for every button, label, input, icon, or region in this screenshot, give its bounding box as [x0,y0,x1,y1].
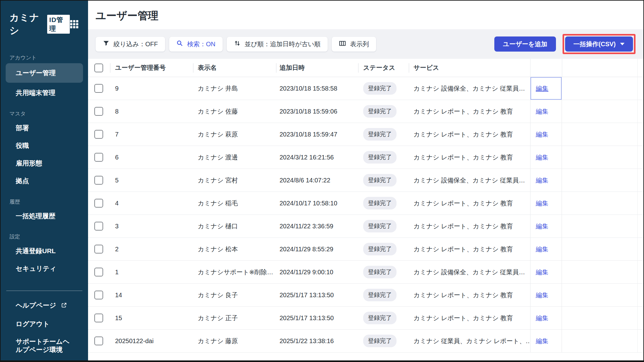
search-icon [176,40,183,48]
row-services: カミナシ レポート、カミナシ 教育 [409,238,530,260]
row-empty-cell [562,146,638,169]
row-status-badge: 登録完了 [363,289,397,301]
row-fill-cell [638,123,643,146]
row-edit-link[interactable]: 編集 [536,314,548,322]
row-display-name: カミナシ 宮村 [193,169,276,192]
row-edit-cell: 編集 [530,192,562,214]
row-edit-link[interactable]: 編集 [536,245,548,253]
row-edit-cell: 編集 [530,146,562,169]
row-fill-cell [638,307,643,329]
sidebar-item-positions[interactable]: 役職 [1,137,88,154]
row-checkbox[interactable] [94,176,103,185]
sidebar-item-common-registration-url[interactable]: 共通登録URL [1,242,88,260]
row-status-badge: 登録完了 [363,82,397,95]
row-checkbox[interactable] [94,107,103,116]
row-empty-cell [562,261,638,283]
row-checkbox[interactable] [94,222,103,231]
row-fill-cell [638,261,643,283]
row-status-badge: 登録完了 [363,220,397,232]
row-empty-cell [562,215,638,237]
table-header-row: ユーザー管理番号 表示名 追加日時 ステータス サービス [88,59,643,77]
row-empty-cell [562,123,638,146]
sidebar-item-locations[interactable]: 拠点 [1,172,88,190]
row-checkbox[interactable] [94,84,103,93]
row-empty-cell [562,100,638,123]
row-edit-link[interactable]: 編集 [536,291,548,299]
row-services: カミナシ レポート、カミナシ 教育 [409,100,530,123]
row-services: カミナシ レポート、カミナシ 教育 [409,307,530,329]
row-status-badge: 登録完了 [363,174,397,187]
filter-button-label: 絞り込み：OFF [114,40,158,48]
column-header-display-name: 表示名 [193,59,276,77]
row-edit-link[interactable]: 編集 [536,107,548,116]
row-fill-cell [638,330,643,352]
sidebar-item-departments[interactable]: 部署 [1,119,88,137]
row-status-badge: 登録完了 [363,105,397,118]
row-edit-link[interactable]: 編集 [536,176,548,185]
row-edit-link[interactable]: 編集 [536,337,548,345]
section-label-master: マスタ [9,110,88,117]
row-status-badge: 登録完了 [363,128,397,141]
row-checkbox[interactable] [94,245,103,253]
filter-button[interactable]: 絞り込み：OFF [96,37,165,52]
row-empty-cell [562,192,638,214]
column-header-services: サービス [409,59,530,77]
row-user-id: 9 [110,77,193,100]
row-services: カミナシ レポート、カミナシ 教育 [409,284,530,306]
section-label-account: アカウント [9,54,88,61]
apps-grid-icon[interactable] [70,20,79,29]
row-edit-cell: 編集 [530,261,562,283]
columns-button-label: 表示列 [350,40,369,48]
row-edit-link[interactable]: 編集 [536,84,548,93]
sort-button[interactable]: 並び順：追加日時が古い順 [227,37,328,52]
sidebar-item-bulk-history[interactable]: 一括処理履歴 [1,207,88,225]
row-user-id: 7 [110,123,193,146]
search-button[interactable]: 検索：ON [169,37,223,52]
bulk-action-label: 一括操作(CSV) [574,40,616,48]
row-fill-cell [638,215,643,237]
row-checkbox[interactable] [94,199,103,208]
sidebar-item-help-page[interactable]: ヘルプページ [1,297,88,315]
sidebar-item-logout[interactable]: ログアウト [1,315,88,333]
sidebar-item-shared-devices[interactable]: 共用端末管理 [1,84,88,102]
brand-name: カミナシ [9,11,44,37]
row-services: カミナシ レポート、カミナシ 教育 [409,215,530,237]
row-checkbox[interactable] [94,337,103,345]
sidebar-item-security[interactable]: セキュリティ [1,260,88,277]
column-header-fill [638,59,643,77]
row-user-id: 1 [110,261,193,283]
main-content: ユーザー管理 絞り込み：OFF 検索：ON [88,1,643,360]
row-edit-link[interactable]: 編集 [536,199,548,208]
select-all-checkbox[interactable] [94,64,103,72]
sort-icon [234,40,241,48]
add-user-button[interactable]: ユーザーを追加 [494,36,556,52]
table-row: 4 カミナシ 稲毛 2024/10/17 10:58:10 登録完了 カミナシ … [88,192,643,215]
row-edit-link[interactable]: 編集 [536,153,548,162]
help-page-label: ヘルプページ [16,302,56,309]
row-checkbox[interactable] [94,291,103,299]
row-checkbox[interactable] [94,130,103,139]
bulk-action-csv-button[interactable]: 一括操作(CSV) [565,36,633,52]
row-display-name: カミナシ 渡邊 [193,146,276,169]
row-edit-link[interactable]: 編集 [536,268,548,276]
table-row: 5 カミナシ 宮村 2024/8/6 14:07:22 登録完了 カミナシ 設備… [88,169,643,192]
row-display-name: カミナシ 良子 [193,284,276,306]
sidebar-item-support-env[interactable]: サポートチームヘルプページ環境 [1,333,88,359]
row-edit-cell: 編集 [530,100,562,123]
column-header-status: ステータス [358,59,409,77]
row-user-id: 3 [110,215,193,237]
sidebar-item-employment-types[interactable]: 雇用形態 [1,154,88,172]
row-checkbox[interactable] [94,268,103,276]
row-checkbox[interactable] [94,153,103,162]
row-empty-cell [562,169,638,192]
row-fill-cell [638,100,643,123]
brand-logo: カミナシ ID管理 [1,11,88,37]
columns-button[interactable]: 表示列 [332,37,376,52]
row-edit-link[interactable]: 編集 [536,222,548,231]
row-edit-cell: 編集 [530,238,562,260]
user-table: ユーザー管理番号 表示名 追加日時 ステータス サービス 9 カミナシ 井島 2… [88,59,643,360]
row-edit-link[interactable]: 編集 [536,130,548,139]
row-checkbox[interactable] [94,314,103,322]
row-added-at: 2023/10/18 15:59:47 [276,123,358,146]
sidebar-item-user-management[interactable]: ユーザー管理 [6,63,83,83]
